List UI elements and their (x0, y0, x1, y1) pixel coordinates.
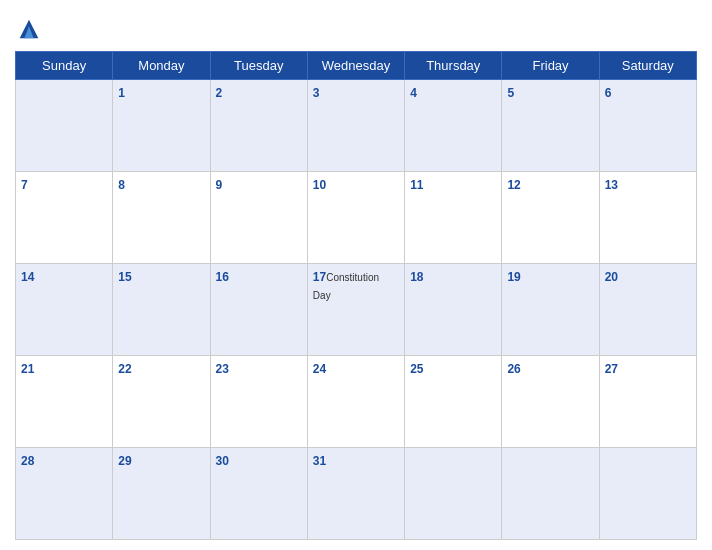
calendar-cell: 25 (405, 356, 502, 448)
day-header-friday: Friday (502, 52, 599, 80)
calendar-cell: 23 (210, 356, 307, 448)
day-number: 9 (216, 178, 223, 192)
calendar-cell: 1 (113, 80, 210, 172)
day-header-tuesday: Tuesday (210, 52, 307, 80)
day-number: 22 (118, 362, 131, 376)
calendar-cell: 20 (599, 264, 696, 356)
day-number: 6 (605, 86, 612, 100)
day-number: 25 (410, 362, 423, 376)
day-number: 19 (507, 270, 520, 284)
week-row-1: 123456 (16, 80, 697, 172)
calendar-header (15, 10, 697, 51)
day-number: 27 (605, 362, 618, 376)
calendar-cell: 17Constitution Day (307, 264, 404, 356)
day-number: 30 (216, 454, 229, 468)
calendar-cell: 2 (210, 80, 307, 172)
day-number: 26 (507, 362, 520, 376)
calendar-cell: 30 (210, 448, 307, 540)
calendar-cell (502, 448, 599, 540)
day-number: 28 (21, 454, 34, 468)
calendar-cell (405, 448, 502, 540)
calendar-cell: 26 (502, 356, 599, 448)
calendar-cell: 10 (307, 172, 404, 264)
day-number: 31 (313, 454, 326, 468)
calendar-table: SundayMondayTuesdayWednesdayThursdayFrid… (15, 51, 697, 540)
calendar-cell: 12 (502, 172, 599, 264)
day-number: 29 (118, 454, 131, 468)
calendar-cell: 21 (16, 356, 113, 448)
day-header-wednesday: Wednesday (307, 52, 404, 80)
calendar-cell: 29 (113, 448, 210, 540)
day-header-saturday: Saturday (599, 52, 696, 80)
days-header-row: SundayMondayTuesdayWednesdayThursdayFrid… (16, 52, 697, 80)
day-header-monday: Monday (113, 52, 210, 80)
day-number: 11 (410, 178, 423, 192)
calendar-cell: 9 (210, 172, 307, 264)
day-header-thursday: Thursday (405, 52, 502, 80)
day-number: 2 (216, 86, 223, 100)
day-header-sunday: Sunday (16, 52, 113, 80)
calendar-cell (16, 80, 113, 172)
calendar-cell: 31 (307, 448, 404, 540)
calendar-cell: 4 (405, 80, 502, 172)
calendar-cell: 3 (307, 80, 404, 172)
week-row-4: 21222324252627 (16, 356, 697, 448)
day-number: 7 (21, 178, 28, 192)
day-number: 17 (313, 270, 326, 284)
day-number: 8 (118, 178, 125, 192)
calendar-cell: 18 (405, 264, 502, 356)
day-number: 13 (605, 178, 618, 192)
logo (15, 15, 47, 43)
calendar-cell: 24 (307, 356, 404, 448)
calendar-cell: 27 (599, 356, 696, 448)
day-number: 20 (605, 270, 618, 284)
calendar-cell: 14 (16, 264, 113, 356)
day-number: 5 (507, 86, 514, 100)
day-number: 10 (313, 178, 326, 192)
day-number: 23 (216, 362, 229, 376)
calendar-cell: 16 (210, 264, 307, 356)
day-number: 3 (313, 86, 320, 100)
calendar-cell: 11 (405, 172, 502, 264)
day-number: 16 (216, 270, 229, 284)
calendar-cell: 5 (502, 80, 599, 172)
calendar-cell: 28 (16, 448, 113, 540)
week-row-2: 78910111213 (16, 172, 697, 264)
day-number: 18 (410, 270, 423, 284)
day-number: 24 (313, 362, 326, 376)
day-number: 12 (507, 178, 520, 192)
week-row-5: 28293031 (16, 448, 697, 540)
logo-icon (15, 15, 43, 43)
day-number: 4 (410, 86, 417, 100)
calendar-cell: 22 (113, 356, 210, 448)
day-number: 1 (118, 86, 125, 100)
day-number: 15 (118, 270, 131, 284)
calendar-cell: 15 (113, 264, 210, 356)
calendar-cell: 8 (113, 172, 210, 264)
calendar-cell: 6 (599, 80, 696, 172)
calendar-cell: 13 (599, 172, 696, 264)
calendar-cell (599, 448, 696, 540)
week-row-3: 14151617Constitution Day181920 (16, 264, 697, 356)
calendar-cell: 19 (502, 264, 599, 356)
calendar-cell: 7 (16, 172, 113, 264)
day-number: 21 (21, 362, 34, 376)
day-number: 14 (21, 270, 34, 284)
